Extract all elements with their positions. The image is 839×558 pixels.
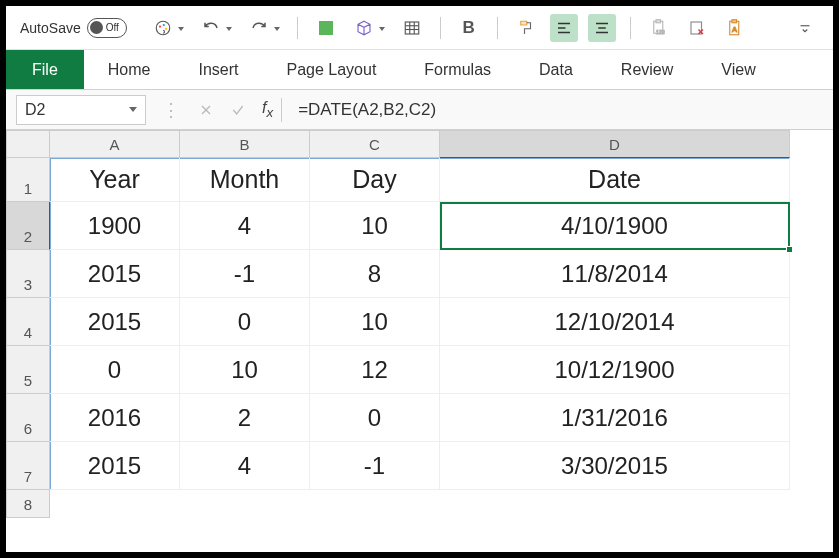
ribbon-tabs: File Home Insert Page Layout Formulas Da… [6, 50, 833, 90]
cell-a7[interactable]: 2015 [50, 442, 180, 490]
autosave-toggle[interactable]: AutoSave Off [20, 18, 127, 38]
tab-formulas[interactable]: Formulas [400, 50, 515, 89]
cell-d5[interactable]: 10/12/1900 [440, 346, 790, 394]
cell-c3[interactable]: 8 [310, 250, 440, 298]
tab-review[interactable]: Review [597, 50, 697, 89]
cell-c2[interactable]: 10 [310, 202, 440, 250]
row-header-7[interactable]: 7 [6, 442, 50, 490]
column-headers: A B C D [50, 130, 790, 158]
name-box[interactable]: D2 [16, 95, 146, 125]
col-header-d[interactable]: D [440, 130, 790, 158]
row-header-1[interactable]: 1 [6, 158, 50, 202]
row-header-6[interactable]: 6 [6, 394, 50, 442]
svg-text:A: A [732, 24, 737, 33]
cell-c4[interactable]: 10 [310, 298, 440, 346]
col-header-c[interactable]: C [310, 130, 440, 158]
table-icon[interactable] [398, 14, 426, 42]
toolbar-divider [440, 17, 441, 39]
cell-b7[interactable]: 4 [180, 442, 310, 490]
row-header-2[interactable]: 2 [6, 202, 50, 250]
tab-home[interactable]: Home [84, 50, 175, 89]
toolbar-divider [630, 17, 631, 39]
cell-b1[interactable]: Month [180, 158, 310, 202]
cell-b4[interactable]: 0 [180, 298, 310, 346]
svg-point-1 [159, 25, 161, 27]
palette-icon[interactable] [149, 14, 177, 42]
cell-a5[interactable]: 0 [50, 346, 180, 394]
overflow-button[interactable] [791, 14, 819, 42]
tab-view[interactable]: View [697, 50, 779, 89]
formula-bar: D2 ⋮ fx =DATE(A2,B2,C2) [6, 90, 833, 130]
tab-data[interactable]: Data [515, 50, 597, 89]
row-header-4[interactable]: 4 [6, 298, 50, 346]
cell-a3[interactable]: 2015 [50, 250, 180, 298]
cell-c7[interactable]: -1 [310, 442, 440, 490]
cell-d1[interactable]: Date [440, 158, 790, 202]
svg-point-2 [162, 23, 164, 25]
fill-color-button[interactable] [312, 14, 340, 42]
name-box-value: D2 [25, 101, 129, 119]
toolbar-divider [297, 17, 298, 39]
row-headers: 1 2 3 4 5 6 7 8 [6, 158, 50, 518]
autosave-switch[interactable]: Off [87, 18, 127, 38]
col-header-a[interactable]: A [50, 130, 180, 158]
cell-a4[interactable]: 2015 [50, 298, 180, 346]
cell-b3[interactable]: -1 [180, 250, 310, 298]
formula-input[interactable]: =DATE(A2,B2,C2) [298, 100, 436, 120]
align-center-button[interactable] [588, 14, 616, 42]
select-all-corner[interactable] [6, 130, 50, 158]
align-left-button[interactable] [550, 14, 578, 42]
svg-rect-16 [656, 19, 661, 22]
cell-d7[interactable]: 3/30/2015 [440, 442, 790, 490]
fill-handle[interactable] [786, 246, 793, 253]
cell-d2[interactable]: 4/10/1900 [440, 202, 790, 250]
undo-button[interactable] [197, 14, 225, 42]
3d-model-icon[interactable] [350, 14, 378, 42]
cell-c5[interactable]: 12 [310, 346, 440, 394]
autosave-label: AutoSave [20, 20, 81, 36]
cell-d6[interactable]: 1/31/2016 [440, 394, 790, 442]
paste-values-icon[interactable]: 123 [645, 14, 673, 42]
fx-icon[interactable]: fx [262, 99, 273, 120]
svg-rect-22 [732, 19, 737, 22]
svg-rect-4 [405, 22, 419, 34]
svg-text:123: 123 [656, 29, 665, 35]
tab-page-layout[interactable]: Page Layout [262, 50, 400, 89]
cell-c6[interactable]: 0 [310, 394, 440, 442]
toolbar-divider [497, 17, 498, 39]
cell-a2[interactable]: 1900 [50, 202, 180, 250]
autosave-state: Off [106, 22, 119, 33]
cell-b6[interactable]: 2 [180, 394, 310, 442]
redo-button[interactable] [245, 14, 273, 42]
spreadsheet-grid: A B C D 1 2 3 4 5 6 7 8 Year Month [6, 130, 833, 518]
cell-b2[interactable]: 4 [180, 202, 310, 250]
cell-c1[interactable]: Day [310, 158, 440, 202]
bold-button[interactable]: B [455, 14, 483, 42]
tab-insert[interactable]: Insert [174, 50, 262, 89]
accept-formula-button[interactable] [222, 102, 254, 118]
tab-file[interactable]: File [6, 50, 84, 89]
clipboard-font-icon[interactable]: A [721, 14, 749, 42]
col-header-b[interactable]: B [180, 130, 310, 158]
row-header-3[interactable]: 3 [6, 250, 50, 298]
cell-d4[interactable]: 12/10/2014 [440, 298, 790, 346]
cells-area[interactable]: Year Month Day Date 1900 4 10 4/10/1900 … [50, 158, 790, 518]
cell-a1[interactable]: Year [50, 158, 180, 202]
excel-window: AutoSave Off B [6, 6, 833, 552]
delete-sheet-icon[interactable] [683, 14, 711, 42]
cell-d3[interactable]: 11/8/2014 [440, 250, 790, 298]
quick-access-toolbar: AutoSave Off B [6, 6, 833, 50]
chevron-down-icon [129, 107, 137, 112]
row-header-5[interactable]: 5 [6, 346, 50, 394]
separator-icon: ⋮ [162, 99, 180, 121]
cancel-formula-button[interactable] [190, 102, 222, 118]
cell-b5[interactable]: 10 [180, 346, 310, 394]
switch-knob [90, 21, 103, 34]
svg-point-3 [165, 27, 167, 29]
format-painter-icon[interactable] [512, 14, 540, 42]
cell-a6[interactable]: 2016 [50, 394, 180, 442]
row-header-8[interactable]: 8 [6, 490, 50, 518]
